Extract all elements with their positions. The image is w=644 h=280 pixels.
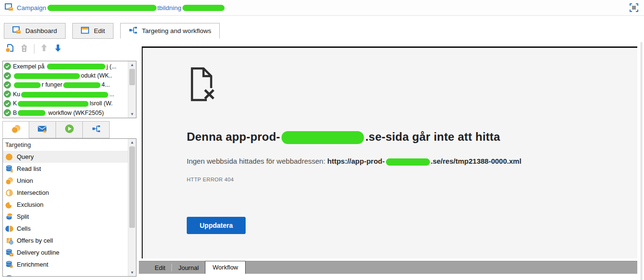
palette-item-read-list[interactable]: Read list xyxy=(3,163,128,175)
workflow-list-item[interactable]: B workflow (WKF2505) xyxy=(3,108,128,117)
scroll-down-icon[interactable]: ▼ xyxy=(128,269,136,276)
error-message-prefix: Ingen webbsida hittades för webbadressen… xyxy=(187,157,328,165)
redaction-bar xyxy=(47,64,105,69)
offers-by-cell-icon xyxy=(5,236,13,245)
exclusion-icon xyxy=(5,201,13,209)
palette-item-label: Delivery outline xyxy=(17,249,59,256)
read-list-icon xyxy=(5,165,13,173)
palette-item-intersection[interactable]: Intersection xyxy=(3,187,128,199)
tab-flow-control[interactable] xyxy=(83,121,110,138)
workflow-label: Klsroll (W. xyxy=(13,100,113,107)
check-circle-icon xyxy=(4,90,11,98)
scrollbar-thumb[interactable] xyxy=(129,146,135,228)
redaction-bar xyxy=(14,82,41,88)
deliveries-tab-icon xyxy=(37,124,48,135)
arrow-up-icon xyxy=(40,43,48,55)
workflow-label: Ku... xyxy=(13,91,114,98)
bottom-tab-workflow[interactable]: Workflow xyxy=(205,261,246,274)
palette-item-exclusion[interactable]: Exclusion xyxy=(3,199,128,211)
check-circle-icon xyxy=(4,109,11,116)
move-down-button[interactable] xyxy=(54,43,62,55)
delivery-outline-icon xyxy=(5,248,13,257)
palette-item-enrichment[interactable]: Enrichment xyxy=(3,258,128,270)
workflow-label: B workflow (WKF2505) xyxy=(13,110,104,116)
targeting-tab-icon xyxy=(11,124,22,135)
workflow-list-item[interactable]: r funger4... xyxy=(3,80,128,90)
palette-item-label: Enrichment xyxy=(17,261,48,268)
check-circle-icon xyxy=(4,81,11,89)
main-tab-dashboard[interactable]: Dashboard xyxy=(4,23,66,39)
workflow-list-scrollbar: ▲ ▼ xyxy=(128,61,136,118)
window-title-bar: Campaigntbildning xyxy=(0,0,644,16)
palette-item-label: Union xyxy=(17,177,33,184)
intersection-icon xyxy=(5,189,13,197)
workflow-list: Exempel på j (...odukt (WK..r funger4...… xyxy=(2,61,136,118)
main-tab-bar: DashboardEditTargeting and workflows xyxy=(4,23,226,39)
cells-icon xyxy=(5,225,13,233)
check-circle-icon xyxy=(4,72,11,79)
check-circle-icon xyxy=(4,100,11,107)
tab-label: Targeting and workflows xyxy=(142,27,211,34)
redaction-bar xyxy=(386,158,430,166)
redaction-bar xyxy=(18,101,89,107)
http-error-code: HTTP ERROR 404 xyxy=(187,177,637,182)
fullscreen-icon[interactable] xyxy=(629,2,639,15)
palette-item-cells[interactable]: Cells xyxy=(3,223,128,235)
toolbar-separator xyxy=(34,44,34,54)
palette-item-label: Cells xyxy=(17,225,31,232)
window-title-text: Campaigntbildning xyxy=(17,4,226,11)
workflow-list-item[interactable]: Exempel på j (... xyxy=(3,62,128,71)
palette-item-label: Offers by cell xyxy=(17,237,53,244)
add-workflow-button[interactable] xyxy=(5,43,14,55)
workflow-list-item[interactable]: Ku... xyxy=(3,90,128,99)
error-page: Denna app-prod-.se-sida går inte att hit… xyxy=(187,66,637,234)
check-circle-icon xyxy=(4,63,11,70)
tab-execution[interactable] xyxy=(56,121,83,138)
error-page-title: Denna app-prod-.se-sida går inte att hit… xyxy=(187,130,637,144)
workflow-label: odukt (WK.. xyxy=(13,72,112,79)
workflow-list-item[interactable]: odukt (WK.. xyxy=(3,71,128,80)
query-icon xyxy=(5,153,13,161)
execution-tab-icon xyxy=(65,124,74,135)
outer-scrollbar-track xyxy=(641,42,643,280)
main-tab-targeting-and-workflows[interactable]: Targeting and workflows xyxy=(120,23,220,39)
reload-button[interactable]: Uppdatera xyxy=(187,217,246,234)
main-tab-edit[interactable]: Edit xyxy=(72,23,113,39)
palette-group-header: Targeting xyxy=(3,139,128,151)
scroll-up-icon[interactable]: ▲ xyxy=(128,61,136,68)
arrow-down-icon xyxy=(54,43,62,55)
scrollbar-thumb[interactable] xyxy=(129,69,135,85)
redaction-bar xyxy=(18,110,45,116)
tab-deliveries[interactable] xyxy=(29,121,56,138)
palette-item-label: Split xyxy=(17,213,29,220)
activity-palette: Targeting QueryRead listUnionIntersectio… xyxy=(2,138,136,277)
palette-item-offers-by-cell[interactable]: Offers by cell xyxy=(3,235,128,246)
broken-page-icon xyxy=(187,66,637,104)
window-title: Campaigntbildning xyxy=(5,3,226,12)
palette-scrollbar: ▲ ▼ xyxy=(128,139,136,276)
palette-tab-bar xyxy=(2,121,110,138)
scroll-down-icon[interactable]: ▼ xyxy=(128,111,136,118)
workflow-toolbar xyxy=(5,43,62,55)
redaction-bar xyxy=(14,73,80,79)
redaction-bar xyxy=(182,5,225,11)
trash-icon xyxy=(20,44,29,55)
scroll-up-icon[interactable]: ▲ xyxy=(128,139,136,146)
clipped-item-icon xyxy=(5,273,13,277)
bottom-tab-edit[interactable]: Edit xyxy=(148,263,171,274)
bottom-tab-journal[interactable]: Journal xyxy=(172,263,205,274)
redaction-bar xyxy=(63,82,101,88)
bottom-tab-bar: EditJournalWorkflow xyxy=(139,261,637,274)
campaign-icon xyxy=(5,3,13,12)
enrichment-icon xyxy=(5,260,13,269)
palette-item-delivery-outline[interactable]: Delivery outline xyxy=(3,246,128,258)
flow-tab-icon xyxy=(92,125,101,134)
palette-item-union[interactable]: Union xyxy=(3,175,128,187)
redaction-bar xyxy=(282,131,364,144)
move-up-button xyxy=(40,43,48,55)
palette-item[interactable] xyxy=(3,270,128,276)
tab-targeting[interactable] xyxy=(2,121,29,138)
workflow-list-item[interactable]: Klsroll (W. xyxy=(3,99,128,108)
palette-item-query[interactable]: Query xyxy=(3,151,128,163)
palette-item-split[interactable]: Split xyxy=(3,211,128,223)
